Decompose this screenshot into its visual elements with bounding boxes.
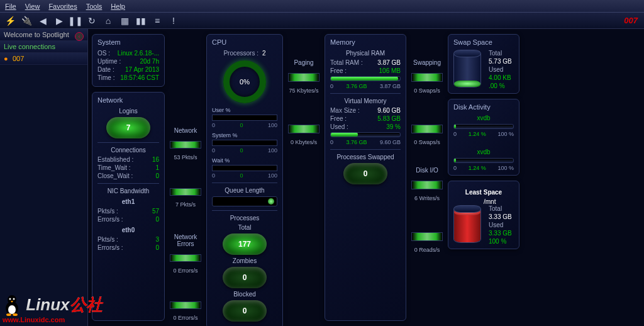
cpu-wait-meter [212, 165, 277, 171]
menu-tools[interactable]: Tools [86, 3, 103, 10]
cpu-title: CPU [212, 38, 277, 46]
queue-length-bar [212, 196, 277, 206]
proc-swapped-indicator[interactable]: 0 [343, 163, 387, 184]
flow-swapping: Swapping 0 Swaps/s 0 Swaps/s Disk I/O 6 … [410, 34, 444, 321]
menu-help[interactable]: Help [111, 3, 125, 10]
menu-view[interactable]: View [25, 3, 40, 10]
svg-point-4 [13, 298, 15, 300]
network-title: Network [97, 96, 159, 104]
watermark: Linux公社 www.Linuxidc.com [3, 293, 103, 323]
swap-title: Swap Space [453, 38, 514, 46]
svg-point-1 [8, 305, 16, 314]
flow-paging: Paging 75 Kbytes/s 0 Kbytes/s [287, 34, 321, 321]
back-icon[interactable]: ◀ [38, 16, 48, 26]
sparkline-icon [411, 181, 443, 189]
disk2-bar [453, 158, 514, 163]
nic-eth1: eth1 [97, 198, 159, 205]
dashboard: System OS :Linux 2.6.18-... Uptime :20d … [88, 29, 644, 326]
sidebar-welcome[interactable]: Welcome to Spotlight‹ [0, 29, 87, 41]
svg-point-3 [9, 298, 11, 300]
cpu-user-meter [212, 115, 277, 121]
panel-swap-space: Swap Space Total5.73 GB Used4.00 KB .00 … [448, 34, 519, 94]
fwd-icon[interactable]: ▶ [54, 16, 64, 26]
proc-blocked-indicator[interactable]: 0 [223, 300, 267, 322]
home-icon[interactable]: ⌂ [103, 16, 113, 26]
chart-icon[interactable]: ▮▮ [136, 16, 146, 26]
logins-indicator[interactable]: 7 [106, 117, 150, 138]
cpu-sys-meter [212, 140, 277, 146]
phys-ram-bar [330, 76, 401, 81]
toolbar: ⚡ 🔌 ◀ ▶ ❚❚ ↻ ⌂ ▦ ▮▮ ≡ ! 007 [0, 13, 644, 29]
sparkline-icon [411, 232, 443, 241]
logins-label: Logins [97, 108, 159, 115]
grid-icon[interactable]: ▦ [119, 16, 130, 26]
menu-favorites[interactable]: Favorites [48, 3, 77, 10]
sparkline-icon [170, 254, 201, 262]
sparkline-icon [170, 141, 201, 149]
collapse-icon[interactable]: ‹ [75, 32, 84, 41]
sidebar-live[interactable]: Live connections [0, 41, 87, 53]
sparkline-icon [411, 73, 443, 82]
plug-icon[interactable]: ⚡ [5, 16, 15, 26]
proc-zombies-indicator[interactable]: 0 [223, 267, 267, 288]
panel-least-space: Least Space /mnt Total3.33 GB Used3.33 G… [448, 181, 519, 249]
nic-eth0: eth0 [97, 227, 159, 233]
sparkline-icon [170, 301, 201, 309]
panel-cpu: CPU Processors :2 0% User % 00100 System… [206, 34, 283, 326]
disk1-bar [453, 124, 514, 129]
menu-file[interactable]: File [5, 3, 16, 10]
cpu-donut-chart[interactable]: 0% [223, 60, 266, 103]
host-id: 007 [624, 16, 638, 25]
sidebar: Welcome to Spotlight‹ Live connections 0… [0, 29, 88, 326]
alert-icon[interactable]: ! [169, 16, 179, 26]
pause-icon[interactable]: ❚❚ [70, 16, 80, 26]
virt-mem-bar [330, 132, 401, 137]
sidebar-host[interactable]: 007 [0, 53, 87, 65]
sparkline-icon [411, 125, 443, 133]
sparkline-icon [288, 73, 319, 82]
menubar: File View Favorites Tools Help [0, 0, 644, 13]
plug2-icon[interactable]: 🔌 [21, 16, 31, 26]
proc-total-indicator[interactable]: 177 [223, 233, 267, 255]
connections-label: Connections [97, 147, 159, 154]
refresh-icon[interactable]: ↻ [87, 16, 97, 26]
list-icon[interactable]: ≡ [152, 16, 162, 26]
panel-network: Network Logins 7 Connections Established… [92, 92, 165, 321]
system-title: System [97, 38, 159, 46]
disk-cylinder-icon [453, 205, 481, 243]
sparkline-icon [170, 188, 201, 196]
nic-bandwidth-label: NIC Bandwidth [97, 188, 159, 194]
panel-memory: Memory Physical RAM Total RAM :3.87 GB F… [325, 34, 406, 321]
memory-title: Memory [330, 38, 401, 46]
penguin-icon [3, 293, 21, 316]
disk-title: Disk Activity [453, 103, 514, 111]
panel-disk-activity: Disk Activity xvdb 01.24 %100 % xvdb 01.… [448, 99, 519, 176]
sparkline-icon [288, 125, 319, 133]
flow-network: Network 53 Pkts/s 7 Pkts/s Network Error… [169, 34, 203, 321]
panel-system: System OS :Linux 2.6.18-... Uptime :20d … [92, 34, 165, 87]
swap-cylinder-icon [453, 50, 481, 87]
